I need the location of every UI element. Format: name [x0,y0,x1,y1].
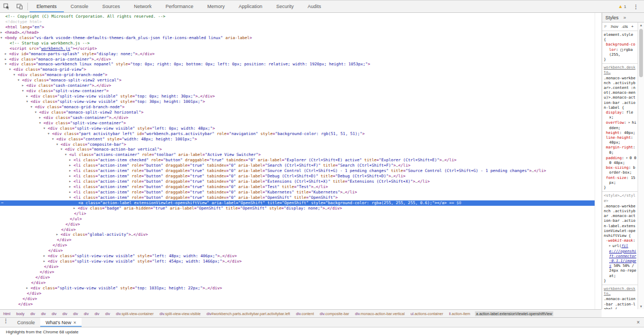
tab-sources[interactable]: Sources [96,1,127,12]
tab-application[interactable]: Application [232,1,269,12]
dom-tree-line[interactable]: ▼<ul class="actions-container" role="too… [0,152,595,158]
dom-tree-line[interactable]: </div> [0,227,595,233]
expand-arrow-down-icon[interactable]: ▼ [18,78,22,83]
style-declaration[interactable]: height: 40px; [604,131,636,136]
expand-arrow-down-icon[interactable]: ▼ [56,142,61,147]
breadcrumb-item[interactable]: html [2,311,11,316]
expand-arrow-right-icon[interactable]: ▶ [22,83,26,88]
expand-arrow-down-icon[interactable]: ▼ [52,137,56,142]
dom-tree-line[interactable]: ▼<div class="content" style="width: 48px… [0,137,595,142]
dom-tree-line[interactable]: ▶<div class="global-activity">…</div> [0,232,595,237]
expand-arrow-down-icon[interactable]: ▼ [39,121,43,126]
dom-tree-line[interactable]: <!-- Startup via workbench.js --> [0,41,595,46]
dom-tree-line[interactable]: ▼<body class="vs-dark vscode-theme-defau… [0,35,595,41]
dom-tree-line[interactable]: </div> [0,296,595,302]
dom-tree-line[interactable]: ▼<div class="split-view-container"> [0,121,595,126]
expand-arrow-down-icon[interactable]: ▼ [69,195,74,200]
expand-arrow-right-icon[interactable]: ▶ [43,253,48,259]
breadcrumb-item[interactable]: div [104,311,111,316]
breadcrumb-item[interactable]: div [72,311,79,316]
breadcrumb-item[interactable]: div [40,311,47,316]
expand-arrow-right-icon[interactable]: ▶ [69,179,74,184]
console-warning-badge[interactable]: ▲ 1 [618,4,626,9]
selected-element-gutter-dots[interactable]: … [1,200,4,205]
style-declaration[interactable]: -webkit-mask: ▶ url(file:///openshift-co… [604,238,636,279]
dom-tree-line[interactable]: ▼<div class="monaco-split-view2 vertical… [0,78,595,83]
styles-toolbar-item[interactable]: .cls [621,24,628,29]
breadcrumb-item[interactable]: ul.actions-container [409,311,444,316]
tab-styles[interactable]: Styles [602,15,622,20]
style-selector[interactable]: .monaco-action-bar .action-label { [604,297,636,309]
expand-arrow-right-icon[interactable]: ▶ [26,94,31,99]
expand-arrow-right-icon[interactable]: ▶ [69,158,74,163]
expand-arrow-down-icon[interactable]: ▼ [31,104,35,110]
dom-tree-line[interactable]: ▼<div class="monaco-grid-view"> [0,67,595,72]
breadcrumb-item[interactable]: body [15,311,25,316]
style-selector[interactable]: element.style { [604,33,636,42]
breadcrumb-item[interactable]: div.split-view-container [115,311,155,316]
expand-arrow-down-icon[interactable]: ▼ [26,99,31,104]
dom-tree-line[interactable]: </ul> [0,216,595,222]
dom-tree-line[interactable]: ▼<div class="split-view-view visible" st… [0,99,595,104]
dom-tree-line[interactable]: ▶<div class="split-view-view visible" st… [0,259,595,264]
expand-arrow-down-icon[interactable]: ▼ [9,67,13,72]
resource-link[interactable]: workbench.js [41,46,70,51]
style-declaration[interactable]: overflow: ▶ hidden; [604,120,636,130]
more-tabs-icon[interactable]: » [622,15,628,20]
dom-tree-line[interactable]: ▼<div class="monaco-workbench linux nopa… [0,62,595,67]
breadcrumb-item[interactable]: div [61,311,68,316]
inspect-element-button[interactable] [0,1,13,12]
style-declaration[interactable]: font-size: 15px; [604,176,636,185]
tab-elements[interactable]: Elements [30,1,64,12]
breadcrumb-item[interactable]: div.split-view-view.visible [158,311,202,316]
device-toolbar-button[interactable] [13,1,26,12]
color-swatch[interactable] [620,49,623,51]
expand-arrow-down-icon[interactable]: ▼ [13,72,18,78]
expand-arrow-right-icon[interactable]: ▶ [39,115,43,121]
style-declaration[interactable]: padding: ▶ 0 0 0 48px; [604,155,636,166]
dom-tree-line[interactable]: ▶<div class="sash-container">…</div> [0,83,595,88]
stylesheet-link[interactable]: <style>…</style> [604,193,635,203]
expand-arrow-down-icon[interactable]: ▼ [5,62,9,67]
drawer-tab-what-s-new[interactable]: What's New× [40,318,82,327]
drawer-close-icon[interactable]: × [632,318,644,327]
dom-tree-line[interactable]: </div> [0,237,595,243]
dom-tree-line[interactable]: ▶<li class="action-item checked" role="b… [0,158,595,163]
styles-toolbar-item[interactable]: :hov [610,24,618,29]
dom-tree-line[interactable]: ▼<div class="monaco-grid-branch-node"> [0,72,595,78]
dom-tree-line[interactable]: ▶<div class="split-view-view visible" st… [0,253,595,259]
breadcrumb-item[interactable]: div.content [295,311,315,316]
styles-toolbar-item[interactable]: + [631,24,634,29]
dom-tree-line[interactable]: ▶<div class="monaco-aria-container">…</d… [0,57,595,62]
tab-security[interactable]: Security [269,1,301,12]
dom-tree-line[interactable]: </div> [0,248,595,253]
dom-tree-line[interactable]: ▶<div class="split-view-view visible" st… [0,94,595,99]
expand-arrow-down-icon[interactable]: ▼ [43,126,48,131]
expand-arrow-right-icon[interactable]: ▶ [5,57,9,62]
breadcrumb-item[interactable]: div.monaco-action-bar.vertical [354,311,406,316]
dom-tree-line[interactable]: ▶<li class="action-item" role="button" d… [0,179,595,184]
dom-tree-line[interactable]: ▶<li class="action-item" role="button" d… [0,168,595,174]
dom-tree-line[interactable]: ▶<div class="badge" aria-hidden="true" a… [0,206,595,211]
scrollbar-thumb[interactable] [639,29,643,77]
dom-tree-line-selected[interactable]: …<a class="action-label extensionViewlet… [0,200,595,206]
style-declaration[interactable]: box-sizing: border-box; [604,166,636,175]
expand-arrow-right-icon[interactable]: ▶ [56,232,61,237]
expand-arrow-right-icon[interactable]: ▶ [1,30,5,35]
expand-arrow-right-icon[interactable]: ▶ [74,206,78,211]
stylesheet-link[interactable]: workbench.deskto… [604,287,635,296]
dom-tree-line[interactable]: ▼<div class="monaco-split-view2 horizont… [0,110,595,115]
style-declaration[interactable]: line-height: 40px; [604,136,636,145]
dom-tree-line[interactable]: </div> [0,280,595,286]
expand-arrow-right-icon[interactable]: ▶ [69,163,74,168]
dom-tree-line[interactable]: <script src="workbench.js"></script> [0,46,595,51]
expand-arrow-right-icon[interactable]: ▶ [26,286,31,291]
dom-tree-line[interactable]: <html lang="en"> [0,25,595,30]
dom-tree-line[interactable]: ▼<li class="action-item" role="button" d… [0,195,595,200]
styles-scrollbar[interactable]: ▲ ▼ [638,23,644,309]
tab-memory[interactable]: Memory [200,1,232,12]
style-declaration[interactable]: display: flex; [604,110,636,120]
close-tab-icon[interactable]: × [74,320,76,325]
breadcrumb-item[interactable]: div [29,311,36,316]
style-selector[interactable]: .monaco-workbench .activitybar .monaco-a… [604,204,636,238]
